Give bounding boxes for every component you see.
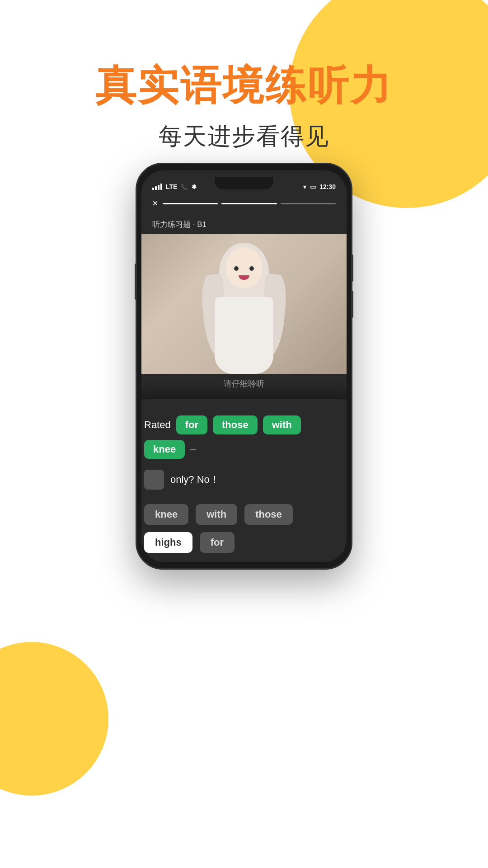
option-knee[interactable]: knee (144, 504, 188, 525)
progress-segment-2 (221, 203, 277, 204)
status-left: LTE 📞 ✱ (152, 183, 197, 190)
char-head (226, 247, 262, 288)
dash-separator: – (190, 443, 196, 455)
chip-with[interactable]: with (263, 415, 301, 434)
wifi-icon: ▾ (303, 184, 306, 190)
phone-frame: LTE 📞 ✱ ▾ ▭ 12:30 × (136, 163, 352, 570)
answer-row-1: Rated for those with knee – (144, 415, 344, 459)
answer-row-2: only? No！ (144, 470, 344, 490)
main-title: 真实语境练听力 (0, 63, 488, 108)
phone-mockup: LTE 📞 ✱ ▾ ▭ 12:30 × (136, 163, 352, 570)
signal-bar-4 (160, 184, 162, 190)
status-right: ▾ ▭ 12:30 (303, 183, 336, 190)
char-eye-right (249, 266, 254, 271)
option-with[interactable]: with (196, 504, 237, 525)
chip-for[interactable]: for (176, 415, 207, 434)
phone-notch (215, 177, 273, 189)
progress-area: × (152, 198, 336, 209)
char-lips (239, 275, 249, 280)
phone-icon: 📞 (181, 184, 188, 190)
option-highs[interactable]: highs (144, 532, 192, 553)
signal-bar-3 (158, 185, 160, 190)
word-options: knee with those highs for (144, 504, 344, 553)
character-illustration (199, 243, 289, 374)
chip-knee[interactable]: knee (144, 440, 185, 459)
battery-icon: ▭ (310, 183, 316, 190)
bluetooth-icon: ✱ (192, 184, 197, 190)
video-frame (141, 234, 347, 374)
phone-screen: LTE 📞 ✱ ▾ ▭ 12:30 × (141, 170, 347, 562)
close-button[interactable]: × (152, 198, 158, 209)
answer-panel: Rated for those with knee – only? No！ kn… (141, 399, 347, 562)
header-section: 真实语境练听力 每天进步看得见 (0, 0, 488, 152)
progress-segment-1 (163, 203, 218, 204)
signal-icon (152, 184, 162, 190)
time-display: 12:30 (319, 183, 336, 190)
answer-blank[interactable] (144, 470, 164, 490)
bg-circle-bottom-left (0, 642, 108, 796)
char-eyes (234, 266, 254, 271)
progress-segment-3 (281, 203, 336, 204)
listen-instruction: 请仔细聆听 (141, 378, 347, 389)
rated-label: Rated (144, 419, 171, 431)
phone-button-right-bottom (351, 291, 353, 318)
exercise-label: 听力练习题 · B1 (152, 219, 206, 230)
option-for[interactable]: for (200, 532, 235, 553)
char-eye-left (234, 266, 239, 271)
progress-bar (163, 203, 336, 204)
signal-bar-2 (155, 186, 157, 190)
option-those[interactable]: those (244, 504, 293, 525)
sub-title: 每天进步看得见 (0, 121, 488, 152)
phone-button-right-top (351, 255, 353, 282)
video-still (141, 234, 347, 374)
chip-those[interactable]: those (213, 415, 258, 434)
signal-bar-1 (152, 188, 154, 190)
rest-text: only? No！ (170, 473, 220, 486)
char-body (215, 297, 273, 374)
signal-label: LTE (166, 183, 177, 190)
phone-button-left (135, 264, 137, 300)
